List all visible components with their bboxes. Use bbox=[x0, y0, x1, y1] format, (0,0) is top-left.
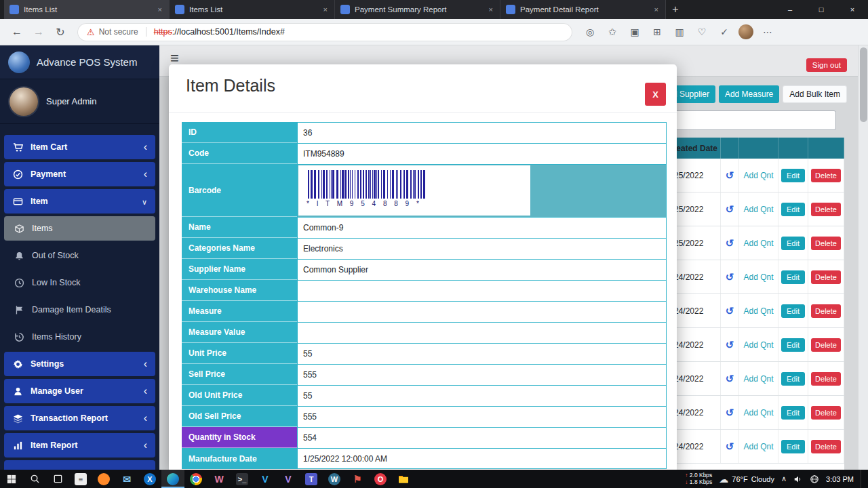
taskbar-app-x-button[interactable]: X bbox=[138, 470, 161, 488]
edit-button[interactable]: Edit bbox=[781, 304, 805, 318]
delete-button[interactable]: Delete bbox=[811, 203, 841, 216]
delete-button[interactable]: Delete bbox=[811, 169, 841, 182]
volume-icon[interactable] bbox=[793, 474, 803, 484]
send-to-devices-icon[interactable]: ◎ bbox=[582, 26, 598, 37]
new-tab-button[interactable]: + bbox=[666, 1, 685, 18]
browser-profile-avatar[interactable] bbox=[738, 24, 753, 39]
edit-button[interactable]: Edit bbox=[781, 372, 805, 386]
sidebar-menu-item[interactable]: Transaction Report bbox=[4, 406, 155, 430]
browser-essentials-icon[interactable]: ♡ bbox=[694, 26, 710, 37]
taskbar-file-explorer-button[interactable] bbox=[392, 470, 415, 488]
forward-icon[interactable]: → bbox=[28, 22, 49, 42]
hidden-icons-chevron-icon[interactable]: ∧ bbox=[781, 474, 787, 483]
taskbar-visual-studio-button[interactable]: V bbox=[277, 470, 300, 488]
add-qnt-link[interactable]: Add Qnt bbox=[739, 396, 778, 429]
history-icon[interactable]: ↺ bbox=[721, 226, 739, 260]
tab-close-icon[interactable]: × bbox=[157, 5, 163, 14]
add-qnt-link[interactable]: Add Qnt bbox=[739, 294, 778, 327]
taskbar-mail-button[interactable]: ✉ bbox=[115, 470, 138, 488]
history-icon[interactable]: ↺ bbox=[721, 192, 739, 226]
taskbar-task-view-button[interactable] bbox=[46, 470, 69, 488]
tab-close-icon[interactable]: × bbox=[322, 5, 329, 14]
sidebar-menu-item[interactable]: Item Cart bbox=[4, 135, 155, 159]
split-screen-icon[interactable]: ▣ bbox=[627, 26, 643, 37]
sidebar-submenu-item[interactable]: Items History bbox=[4, 325, 155, 349]
delete-button[interactable]: Delete bbox=[811, 338, 841, 352]
modal-close-button[interactable]: X bbox=[645, 83, 666, 106]
delete-button[interactable]: Delete bbox=[811, 270, 841, 284]
add-qnt-link[interactable]: Add Qnt bbox=[739, 159, 778, 192]
edit-button[interactable]: Edit bbox=[781, 270, 805, 284]
edit-button[interactable]: Edit bbox=[781, 237, 805, 250]
toolbar-button[interactable]: Add Measure bbox=[719, 85, 779, 103]
add-qnt-link[interactable]: Add Qnt bbox=[739, 192, 778, 226]
taskbar-wamp-button[interactable]: W bbox=[208, 470, 231, 488]
history-icon[interactable]: ↺ bbox=[721, 396, 739, 429]
back-icon[interactable]: ← bbox=[7, 22, 27, 42]
close-icon[interactable]: × bbox=[837, 0, 868, 19]
history-icon[interactable]: ↺ bbox=[721, 362, 739, 395]
tab-close-icon[interactable]: × bbox=[488, 5, 494, 14]
add-qnt-link[interactable]: Add Qnt bbox=[739, 362, 778, 395]
taskbar-firefox-button[interactable] bbox=[92, 470, 115, 488]
hamburger-icon[interactable]: ≡ bbox=[170, 51, 179, 66]
tab-close-icon[interactable]: × bbox=[653, 5, 660, 14]
taskbar-chrome-button[interactable] bbox=[184, 470, 208, 488]
taskbar-wordpress-button[interactable]: W bbox=[323, 470, 346, 488]
delete-button[interactable]: Delete bbox=[811, 237, 841, 250]
browser-tab[interactable]: Items List × bbox=[4, 0, 170, 19]
taskbar-teams-button[interactable]: T bbox=[300, 470, 323, 488]
sidebar-menu-item[interactable]: Settings bbox=[4, 352, 155, 376]
show-desktop-button[interactable] bbox=[861, 470, 864, 488]
taskbar-terminal-button[interactable]: >_ bbox=[231, 470, 254, 488]
add-qnt-link[interactable]: Add Qnt bbox=[739, 226, 778, 260]
history-icon[interactable]: ↺ bbox=[721, 430, 739, 463]
taskbar-clock[interactable]: 3:03 PM bbox=[826, 475, 854, 483]
collections-icon[interactable]: ⊞ bbox=[649, 26, 665, 37]
edit-button[interactable]: Edit bbox=[781, 338, 805, 352]
scrollbar-thumb[interactable] bbox=[860, 47, 867, 122]
edit-button[interactable]: Edit bbox=[781, 169, 805, 182]
sign-out-button[interactable]: Sign out bbox=[806, 58, 847, 72]
browser-tab[interactable]: Items List × bbox=[170, 0, 335, 19]
history-icon[interactable]: ↺ bbox=[721, 294, 739, 327]
edit-button[interactable]: Edit bbox=[781, 440, 805, 453]
sidebar-submenu-item[interactable]: Damage Item Deatils bbox=[4, 298, 155, 322]
sidebar-menu-item[interactable]: Item Report bbox=[4, 433, 155, 458]
weather-widget[interactable]: ☁ 76°F Cloudy bbox=[719, 474, 774, 485]
delete-button[interactable]: Delete bbox=[811, 304, 841, 318]
toolbar-button[interactable]: Add Bulk Item bbox=[783, 85, 847, 103]
sidebar-submenu-item[interactable]: Items bbox=[4, 216, 155, 241]
add-qnt-link[interactable]: Add Qnt bbox=[739, 260, 778, 293]
maximize-icon[interactable]: □ bbox=[806, 0, 837, 19]
add-qnt-link[interactable]: Add Qnt bbox=[739, 328, 778, 361]
edit-button[interactable]: Edit bbox=[781, 406, 805, 420]
browser-tab[interactable]: Payment Summary Report × bbox=[335, 0, 500, 19]
network-icon[interactable] bbox=[810, 474, 819, 484]
refresh-icon[interactable]: ↻ bbox=[50, 22, 71, 42]
taskbar-edge-button[interactable] bbox=[161, 470, 184, 488]
taskbar-search-button[interactable] bbox=[23, 470, 46, 488]
add-qnt-link[interactable]: Add Qnt bbox=[739, 430, 778, 463]
history-icon[interactable]: ↺ bbox=[721, 159, 739, 192]
sidebar-menu-item[interactable]: Manage User bbox=[4, 379, 155, 403]
sidebar-menu-item[interactable] bbox=[4, 460, 155, 470]
sidebar-menu-item[interactable]: Item bbox=[4, 189, 155, 214]
sidebar-submenu-item[interactable]: Low In Stock bbox=[4, 270, 155, 295]
taskbar-notepad-button[interactable]: ≡ bbox=[69, 470, 92, 488]
taskbar-opera-button[interactable]: O bbox=[369, 470, 392, 488]
sidebar-submenu-item[interactable]: Out of Stock bbox=[4, 243, 155, 268]
delete-button[interactable]: Delete bbox=[811, 372, 841, 386]
edit-button[interactable]: Edit bbox=[781, 203, 805, 216]
delete-button[interactable]: Delete bbox=[811, 440, 841, 453]
taskbar-vscode-button[interactable]: V bbox=[254, 470, 277, 488]
defender-icon[interactable]: ✓ bbox=[716, 26, 732, 37]
url-bar[interactable]: ⚠ Not secure https://localhost:5001/Item… bbox=[77, 23, 572, 41]
favorites-icon[interactable]: ✩ bbox=[604, 26, 620, 37]
taskbar-start-button[interactable] bbox=[0, 470, 23, 488]
minimize-icon[interactable]: – bbox=[774, 0, 806, 19]
delete-button[interactable]: Delete bbox=[811, 406, 841, 420]
browser-tab[interactable]: Payment Detail Report × bbox=[500, 0, 666, 19]
history-icon[interactable]: ↺ bbox=[721, 260, 739, 293]
sidebar-icon[interactable]: ▥ bbox=[671, 26, 688, 37]
